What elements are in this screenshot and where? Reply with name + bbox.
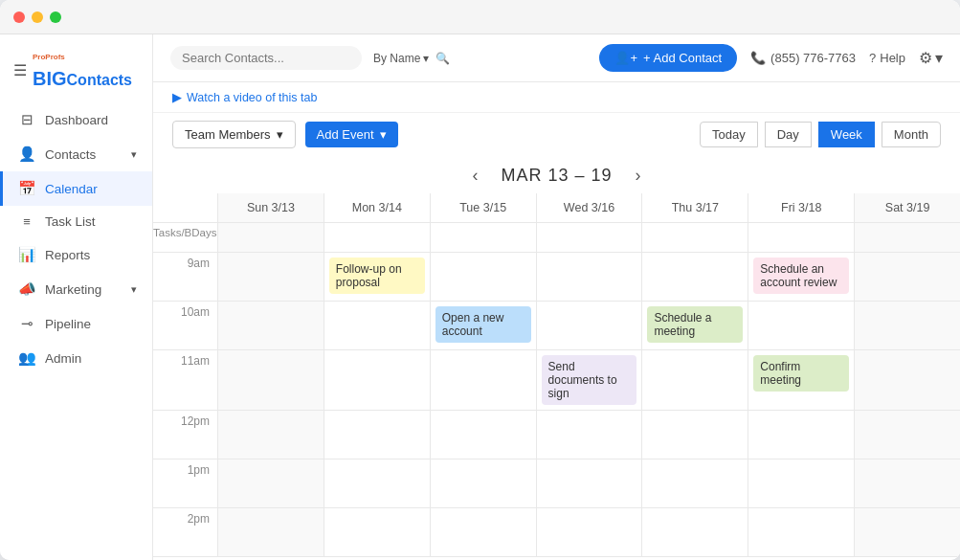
prev-week-button[interactable]: ‹ <box>464 164 485 188</box>
cell-sun-12pm[interactable] <box>218 411 324 459</box>
cell-fri-10am[interactable] <box>748 302 855 349</box>
sidebar-item-label: Task List <box>45 214 96 229</box>
event-confirm-meeting[interactable]: Confirm meeting <box>753 355 849 392</box>
cell-thu-1pm[interactable] <box>642 459 748 507</box>
add-contact-button[interactable]: 👤+ + Add Contact <box>599 44 737 72</box>
cell-sat-9am[interactable] <box>855 253 960 301</box>
cell-tue-1pm[interactable] <box>431 459 537 507</box>
search-icon[interactable]: 🔍 <box>435 52 450 65</box>
tasks-sat <box>855 223 960 252</box>
calendar-nav: Today Day Week Month <box>700 122 941 147</box>
cell-thu-11am[interactable] <box>642 350 748 410</box>
cell-fri-9am[interactable]: Schedule an account review <box>748 253 855 301</box>
time-label-10am: 10am <box>153 302 218 349</box>
cell-wed-11am[interactable]: Send documents to sign <box>537 350 643 410</box>
cell-sat-1pm[interactable] <box>855 459 960 507</box>
contacts-icon: 👤 <box>18 146 35 163</box>
time-row-10am: 10am Open a new account Schedule a meeti… <box>153 302 960 350</box>
logo-contacts: Contacts <box>67 72 132 88</box>
add-event-button[interactable]: Add Event ▾ <box>305 122 398 147</box>
cell-thu-12pm[interactable] <box>642 411 748 459</box>
event-open-account[interactable]: Open a new account <box>435 306 531 343</box>
by-name-label: By Name <box>373 52 420 65</box>
cell-sun-11am[interactable] <box>218 350 324 410</box>
cell-wed-10am[interactable] <box>537 302 643 349</box>
month-button[interactable]: Month <box>882 122 941 147</box>
cell-wed-12pm[interactable] <box>537 411 643 459</box>
cell-sat-11am[interactable] <box>855 350 960 410</box>
cell-mon-10am[interactable] <box>324 302 431 349</box>
time-row-1pm: 1pm <box>153 459 960 508</box>
cell-mon-1pm[interactable] <box>324 459 431 507</box>
sidebar-item-contacts[interactable]: 👤 Contacts ▾ <box>0 137 152 171</box>
by-name-dropdown[interactable]: By Name ▾ 🔍 <box>373 52 450 65</box>
cell-wed-2pm[interactable] <box>537 508 643 556</box>
help-button[interactable]: ? Help <box>869 51 905 65</box>
cell-tue-12pm[interactable] <box>431 411 537 459</box>
cell-thu-10am[interactable]: Schedule a meeting <box>642 302 748 349</box>
watch-video-link[interactable]: ▶ Watch a video of this tab <box>172 90 317 104</box>
tasks-tue <box>431 223 537 252</box>
search-input[interactable] <box>182 51 325 65</box>
chevron-down-icon: ▾ <box>935 49 943 67</box>
cell-mon-12pm[interactable] <box>324 411 431 459</box>
dashboard-icon: ⊟ <box>18 111 35 128</box>
topbar: By Name ▾ 🔍 👤+ + Add Contact 📞 (855) 776… <box>153 34 960 82</box>
tasklist-icon: ≡ <box>18 214 35 229</box>
cell-tue-10am[interactable]: Open a new account <box>431 302 537 349</box>
sidebar-item-admin[interactable]: 👥 Admin <box>0 341 152 375</box>
cell-sat-2pm[interactable] <box>855 508 960 556</box>
hamburger-icon[interactable]: ☰ <box>13 61 27 79</box>
week-button[interactable]: Week <box>818 122 875 147</box>
tasks-wed <box>537 223 643 252</box>
event-account-review[interactable]: Schedule an account review <box>753 258 849 294</box>
phone-link[interactable]: 📞 (855) 776-7763 <box>750 51 856 65</box>
sidebar-item-calendar[interactable]: 📅 Calendar <box>0 171 152 206</box>
cell-tue-2pm[interactable] <box>431 508 537 556</box>
day-button[interactable]: Day <box>765 122 812 147</box>
cell-thu-2pm[interactable] <box>642 508 748 556</box>
cell-tue-9am[interactable] <box>431 253 537 301</box>
sidebar-item-pipeline[interactable]: ⊸ Pipeline <box>0 306 152 341</box>
event-schedule-meeting[interactable]: Schedule a meeting <box>647 306 743 343</box>
sidebar-item-tasklist[interactable]: ≡ Task List <box>0 206 152 237</box>
sidebar-item-dashboard[interactable]: ⊟ Dashboard <box>0 102 152 137</box>
cell-fri-2pm[interactable] <box>748 508 855 556</box>
sidebar-item-reports[interactable]: 📊 Reports <box>0 237 152 272</box>
cell-fri-12pm[interactable] <box>748 411 855 459</box>
cell-tue-11am[interactable] <box>431 350 537 410</box>
day-headers: Sun 3/13 Mon 3/14 Tue 3/15 Wed 3/16 Thu … <box>153 193 960 223</box>
week-title-row: ‹ MAR 13 – 19 › <box>153 156 960 193</box>
sidebar-item-label: Contacts <box>45 147 96 162</box>
cell-wed-9am[interactable] <box>537 253 643 301</box>
cell-fri-1pm[interactable] <box>748 459 855 507</box>
time-label-12pm: 12pm <box>153 411 218 459</box>
event-send-docs[interactable]: Send documents to sign <box>542 355 637 405</box>
team-members-button[interactable]: Team Members ▾ <box>172 121 296 148</box>
settings-button[interactable]: ⚙ ▾ <box>919 49 943 67</box>
next-week-button[interactable]: › <box>628 164 649 188</box>
today-button[interactable]: Today <box>700 122 758 147</box>
maximize-dot[interactable] <box>50 11 61 23</box>
cell-sun-1pm[interactable] <box>218 459 324 507</box>
minimize-dot[interactable] <box>32 11 43 23</box>
close-dot[interactable] <box>13 11 25 23</box>
play-icon: ▶ <box>172 90 182 104</box>
time-row-12pm: 12pm <box>153 411 960 459</box>
event-followup[interactable]: Follow-up on proposal <box>329 258 425 294</box>
sidebar-item-label: Marketing <box>45 282 101 297</box>
cell-mon-2pm[interactable] <box>324 508 431 556</box>
time-row-9am: 9am Follow-up on proposal Schedule an ac… <box>153 253 960 302</box>
day-header-mon: Mon 3/14 <box>324 193 431 222</box>
cell-mon-11am[interactable] <box>324 350 431 410</box>
cell-sun-10am[interactable] <box>218 302 324 349</box>
cell-sun-2pm[interactable] <box>218 508 324 556</box>
sidebar-item-marketing[interactable]: 📣 Marketing ▾ <box>0 272 152 306</box>
cell-thu-9am[interactable] <box>642 253 748 301</box>
cell-sat-10am[interactable] <box>855 302 960 349</box>
cell-mon-9am[interactable]: Follow-up on proposal <box>324 253 431 301</box>
cell-sun-9am[interactable] <box>218 253 324 301</box>
cell-sat-12pm[interactable] <box>855 411 960 459</box>
cell-wed-1pm[interactable] <box>537 459 643 507</box>
cell-fri-11am[interactable]: Confirm meeting <box>748 350 855 410</box>
